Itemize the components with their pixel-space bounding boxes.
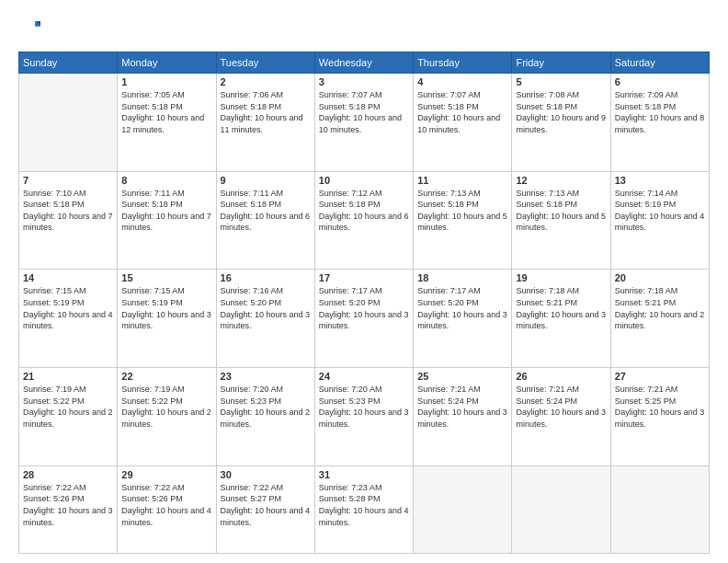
calendar-table: SundayMondayTuesdayWednesdayThursdayFrid… [18, 52, 710, 554]
calendar-day-cell: 30Sunrise: 7:22 AMSunset: 5:27 PMDayligh… [216, 465, 314, 553]
day-number: 30 [221, 469, 311, 480]
day-number: 26 [516, 371, 606, 382]
day-number: 10 [319, 175, 409, 186]
day-number: 19 [516, 272, 606, 283]
calendar-day-cell: 20Sunrise: 7:18 AMSunset: 5:21 PMDayligh… [610, 270, 709, 368]
header [18, 15, 710, 42]
day-info: Sunrise: 7:19 AMSunset: 5:22 PMDaylight:… [23, 384, 113, 430]
day-number: 23 [221, 371, 311, 382]
calendar-day-cell: 4Sunrise: 7:07 AMSunset: 5:18 PMDaylight… [414, 74, 512, 172]
day-number: 4 [417, 76, 507, 87]
day-number: 15 [121, 272, 211, 283]
calendar-day-header: Monday [118, 52, 216, 74]
calendar-day-cell: 3Sunrise: 7:07 AMSunset: 5:18 PMDaylight… [314, 74, 413, 172]
day-number: 2 [221, 76, 311, 87]
day-number: 9 [221, 175, 311, 186]
day-info: Sunrise: 7:20 AMSunset: 5:23 PMDaylight:… [319, 384, 409, 430]
day-info: Sunrise: 7:21 AMSunset: 5:24 PMDaylight:… [516, 384, 606, 430]
page: SundayMondayTuesdayWednesdayThursdayFrid… [0, 0, 728, 563]
calendar-day-header: Tuesday [216, 52, 314, 74]
calendar-week-row: 14Sunrise: 7:15 AMSunset: 5:19 PMDayligh… [19, 270, 710, 368]
day-number: 24 [319, 371, 409, 382]
day-info: Sunrise: 7:11 AMSunset: 5:18 PMDaylight:… [121, 188, 211, 234]
day-info: Sunrise: 7:14 AMSunset: 5:19 PMDaylight:… [615, 188, 705, 234]
day-info: Sunrise: 7:08 AMSunset: 5:18 PMDaylight:… [516, 89, 606, 135]
day-info: Sunrise: 7:07 AMSunset: 5:18 PMDaylight:… [319, 89, 409, 135]
calendar-day-cell: 19Sunrise: 7:18 AMSunset: 5:21 PMDayligh… [512, 270, 610, 368]
calendar-day-cell: 18Sunrise: 7:17 AMSunset: 5:20 PMDayligh… [414, 270, 512, 368]
day-info: Sunrise: 7:19 AMSunset: 5:22 PMDaylight:… [121, 384, 211, 430]
calendar-day-header: Friday [512, 52, 610, 74]
calendar-day-header: Wednesday [314, 52, 413, 74]
calendar-day-cell: 17Sunrise: 7:17 AMSunset: 5:20 PMDayligh… [314, 270, 413, 368]
calendar-day-cell: 27Sunrise: 7:21 AMSunset: 5:25 PMDayligh… [610, 368, 709, 466]
calendar-day-header: Saturday [610, 52, 709, 74]
day-number: 13 [615, 175, 705, 186]
day-number: 8 [121, 175, 211, 186]
day-info: Sunrise: 7:12 AMSunset: 5:18 PMDaylight:… [319, 188, 409, 234]
calendar-day-cell: 24Sunrise: 7:20 AMSunset: 5:23 PMDayligh… [314, 368, 413, 466]
day-number: 3 [319, 76, 409, 87]
calendar-day-cell: 2Sunrise: 7:06 AMSunset: 5:18 PMDaylight… [216, 74, 314, 172]
day-info: Sunrise: 7:10 AMSunset: 5:18 PMDaylight:… [23, 188, 113, 234]
day-number: 31 [319, 469, 409, 480]
day-number: 14 [23, 272, 113, 283]
logo [18, 18, 42, 42]
calendar-day-cell: 12Sunrise: 7:13 AMSunset: 5:18 PMDayligh… [512, 171, 610, 270]
calendar-day-cell [414, 465, 512, 553]
day-info: Sunrise: 7:17 AMSunset: 5:20 PMDaylight:… [319, 285, 409, 331]
calendar-day-cell: 1Sunrise: 7:05 AMSunset: 5:18 PMDaylight… [118, 74, 216, 172]
calendar-day-cell: 14Sunrise: 7:15 AMSunset: 5:19 PMDayligh… [19, 270, 118, 368]
day-number: 20 [615, 272, 705, 283]
calendar-day-cell: 6Sunrise: 7:09 AMSunset: 5:18 PMDaylight… [610, 74, 709, 172]
calendar-day-cell: 25Sunrise: 7:21 AMSunset: 5:24 PMDayligh… [414, 368, 512, 466]
day-number: 18 [417, 272, 507, 283]
day-number: 12 [516, 175, 606, 186]
day-info: Sunrise: 7:22 AMSunset: 5:27 PMDaylight:… [221, 482, 311, 528]
calendar-day-cell: 28Sunrise: 7:22 AMSunset: 5:26 PMDayligh… [19, 465, 118, 553]
day-info: Sunrise: 7:07 AMSunset: 5:18 PMDaylight:… [417, 89, 507, 135]
day-number: 5 [516, 76, 606, 87]
day-info: Sunrise: 7:15 AMSunset: 5:19 PMDaylight:… [23, 285, 113, 331]
calendar-day-cell: 7Sunrise: 7:10 AMSunset: 5:18 PMDaylight… [19, 171, 118, 270]
calendar-day-cell: 23Sunrise: 7:20 AMSunset: 5:23 PMDayligh… [216, 368, 314, 466]
day-number: 16 [221, 272, 311, 283]
calendar-day-cell: 8Sunrise: 7:11 AMSunset: 5:18 PMDaylight… [118, 171, 216, 270]
day-info: Sunrise: 7:21 AMSunset: 5:24 PMDaylight:… [417, 384, 507, 430]
day-info: Sunrise: 7:15 AMSunset: 5:19 PMDaylight:… [121, 285, 211, 331]
calendar-day-cell [512, 465, 610, 553]
day-number: 11 [417, 175, 507, 186]
calendar-day-cell: 31Sunrise: 7:23 AMSunset: 5:28 PMDayligh… [314, 465, 413, 553]
calendar-day-cell [19, 74, 118, 172]
day-number: 25 [417, 371, 507, 382]
day-info: Sunrise: 7:09 AMSunset: 5:18 PMDaylight:… [615, 89, 705, 135]
calendar-day-cell: 21Sunrise: 7:19 AMSunset: 5:22 PMDayligh… [19, 368, 118, 466]
day-info: Sunrise: 7:11 AMSunset: 5:18 PMDaylight:… [221, 188, 311, 234]
calendar-day-cell: 9Sunrise: 7:11 AMSunset: 5:18 PMDaylight… [216, 171, 314, 270]
calendar-day-cell: 26Sunrise: 7:21 AMSunset: 5:24 PMDayligh… [512, 368, 610, 466]
calendar-day-header: Sunday [19, 52, 118, 74]
day-info: Sunrise: 7:18 AMSunset: 5:21 PMDaylight:… [615, 285, 705, 331]
calendar-week-row: 28Sunrise: 7:22 AMSunset: 5:26 PMDayligh… [19, 465, 710, 553]
day-info: Sunrise: 7:05 AMSunset: 5:18 PMDaylight:… [121, 89, 211, 135]
day-number: 27 [615, 371, 705, 382]
calendar-week-row: 7Sunrise: 7:10 AMSunset: 5:18 PMDaylight… [19, 171, 710, 270]
day-number: 17 [319, 272, 409, 283]
day-info: Sunrise: 7:22 AMSunset: 5:26 PMDaylight:… [23, 482, 113, 528]
day-number: 29 [121, 469, 211, 480]
calendar-day-cell: 10Sunrise: 7:12 AMSunset: 5:18 PMDayligh… [314, 171, 413, 270]
calendar-day-header: Thursday [414, 52, 512, 74]
day-number: 28 [23, 469, 113, 480]
calendar-week-row: 1Sunrise: 7:05 AMSunset: 5:18 PMDaylight… [19, 74, 710, 172]
day-info: Sunrise: 7:13 AMSunset: 5:18 PMDaylight:… [516, 188, 606, 234]
day-number: 21 [23, 371, 113, 382]
day-info: Sunrise: 7:21 AMSunset: 5:25 PMDaylight:… [615, 384, 705, 430]
logo-icon [20, 18, 40, 39]
calendar-day-cell: 29Sunrise: 7:22 AMSunset: 5:26 PMDayligh… [118, 465, 216, 553]
calendar-day-cell [610, 465, 709, 553]
calendar-week-row: 21Sunrise: 7:19 AMSunset: 5:22 PMDayligh… [19, 368, 710, 466]
day-info: Sunrise: 7:22 AMSunset: 5:26 PMDaylight:… [121, 482, 211, 528]
day-info: Sunrise: 7:23 AMSunset: 5:28 PMDaylight:… [319, 482, 409, 528]
calendar-day-cell: 13Sunrise: 7:14 AMSunset: 5:19 PMDayligh… [610, 171, 709, 270]
day-info: Sunrise: 7:16 AMSunset: 5:20 PMDaylight:… [221, 285, 311, 331]
